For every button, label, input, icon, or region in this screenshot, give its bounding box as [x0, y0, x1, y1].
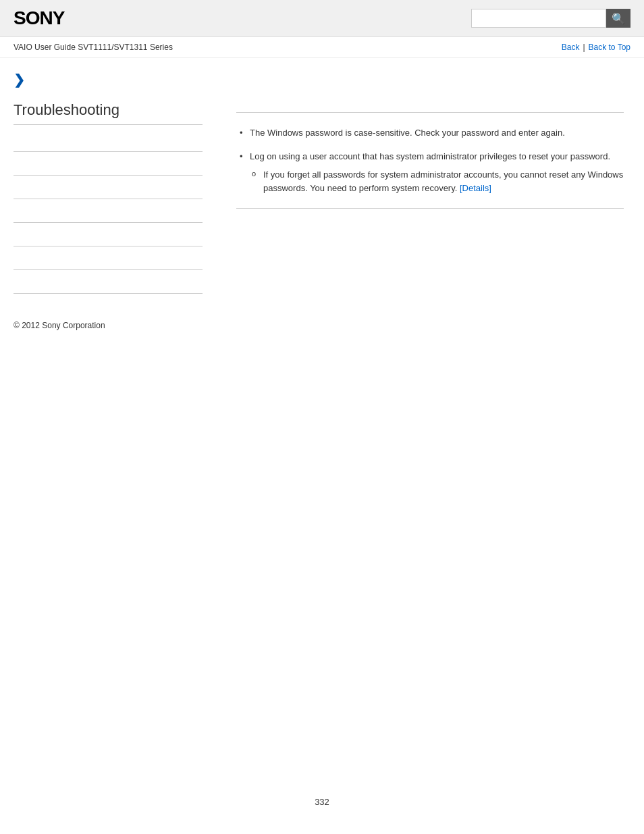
- list-item[interactable]: [14, 176, 203, 199]
- sony-logo: SONY: [14, 7, 64, 29]
- sidebar: ❯ Troubleshooting: [0, 58, 216, 307]
- content-divider-bottom: [236, 208, 624, 209]
- nav-links: Back | Back to Top: [562, 43, 630, 52]
- list-item[interactable]: [14, 246, 203, 270]
- bullet-text-1: The Windows password is case-sensitive. …: [250, 128, 565, 138]
- main-content: ❯ Troubleshooting © 2012 Sony Corporatio…: [0, 58, 644, 344]
- list-item[interactable]: [14, 135, 203, 152]
- list-item[interactable]: [14, 270, 203, 294]
- content-divider-top: [236, 112, 624, 113]
- list-item: The Windows password is case-sensitive. …: [236, 126, 624, 140]
- page-number: 332: [0, 783, 644, 820]
- page-header: SONY 🔍: [0, 0, 644, 37]
- sidebar-footer: © 2012 Sony Corporation: [0, 307, 216, 344]
- details-link[interactable]: [Details]: [460, 183, 491, 193]
- sidebar-wrapper: ❯ Troubleshooting © 2012 Sony Corporatio…: [0, 58, 216, 344]
- back-link[interactable]: Back: [562, 43, 580, 52]
- sub-item-text: If you forget all passwords for system a…: [263, 170, 623, 193]
- content-area: The Windows password is case-sensitive. …: [216, 58, 644, 344]
- bullet-text-2: Log on using a user account that has sys…: [250, 151, 610, 161]
- sidebar-section-title: Troubleshooting: [14, 101, 203, 125]
- search-input[interactable]: [471, 9, 606, 28]
- nav-separator: |: [583, 43, 585, 52]
- list-item: Log on using a user account that has sys…: [236, 150, 624, 195]
- list-item[interactable]: [14, 152, 203, 176]
- sub-list-item: If you forget all passwords for system a…: [250, 168, 624, 194]
- chevron-icon[interactable]: ❯: [14, 72, 203, 88]
- search-icon: 🔍: [612, 12, 625, 25]
- list-item[interactable]: [14, 199, 203, 223]
- list-item[interactable]: [14, 223, 203, 246]
- sidebar-items: [14, 135, 203, 294]
- search-button[interactable]: 🔍: [606, 9, 630, 28]
- back-to-top-link[interactable]: Back to Top: [589, 43, 630, 52]
- breadcrumb-bar: VAIO User Guide SVT1111/SVT1311 Series B…: [0, 37, 644, 58]
- guide-title: VAIO User Guide SVT1111/SVT1311 Series: [14, 43, 173, 52]
- copyright-text: © 2012 Sony Corporation: [14, 321, 105, 330]
- search-area: 🔍: [471, 9, 630, 28]
- sub-list: If you forget all passwords for system a…: [250, 168, 624, 194]
- bullet-list: The Windows password is case-sensitive. …: [236, 126, 624, 194]
